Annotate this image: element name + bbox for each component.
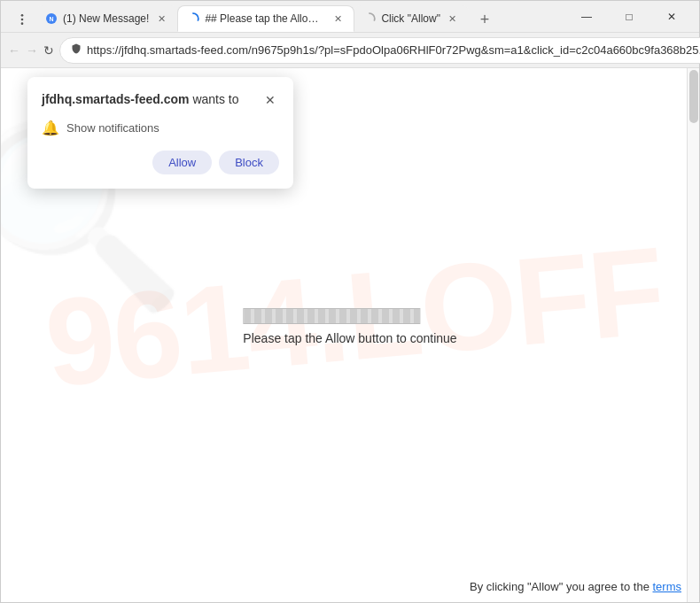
tab-label-3: Click "Allow": [381, 12, 440, 25]
notification-popup: jfdhq.smartads-feed.com wants to ✕ 🔔 Sho…: [27, 77, 293, 189]
tab-click-allow[interactable]: Click "Allow" ✕: [354, 5, 469, 32]
popup-permission-label: Show notifications: [66, 121, 159, 135]
popup-domain: jfdhq.smartads-feed.com: [42, 92, 189, 106]
minimize-button[interactable]: —: [566, 4, 607, 30]
loading-bar: [243, 308, 420, 324]
popup-permission-row: 🔔 Show notifications: [42, 120, 279, 136]
tab-favicon-3: [363, 12, 376, 25]
popup-header: jfdhq.smartads-feed.com wants to ✕: [42, 91, 279, 109]
window-controls: — □ ✕: [566, 4, 692, 30]
scrollbar[interactable]: [687, 68, 699, 602]
tab-close-3[interactable]: ✕: [446, 12, 460, 26]
title-bar: N (1) New Message! ✕ ## Please tap the A…: [1, 1, 699, 33]
svg-point-3: [189, 13, 199, 24]
popup-close-button[interactable]: ✕: [261, 91, 279, 109]
scrollbar-thumb[interactable]: [689, 70, 698, 123]
tab-label-2: ## Please tap the Allow button...: [205, 12, 325, 25]
footer-text: By clicking "Allow" you agree to the ter…: [470, 580, 681, 593]
close-button[interactable]: ✕: [651, 4, 692, 30]
url-bar[interactable]: https://jfdhq.smartads-feed.com/n9675p9h…: [59, 37, 700, 64]
tab-label-1: (1) New Message!: [63, 12, 149, 25]
footer-label: By clicking "Allow" you agree to the: [470, 580, 649, 593]
browser-window: N (1) New Message! ✕ ## Please tap the A…: [0, 0, 700, 603]
svg-point-4: [365, 13, 376, 24]
tab-favicon-1: N: [45, 12, 58, 25]
tab-favicon-2: [187, 12, 199, 25]
loading-area: Please tap the Allow button to continue: [243, 308, 456, 345]
popup-title: jfdhq.smartads-feed.com wants to: [42, 91, 239, 109]
maximize-button[interactable]: □: [609, 4, 649, 30]
loading-text: Please tap the Allow button to continue: [243, 331, 456, 345]
url-text: https://jfdhq.smartads-feed.com/n9675p9h…: [87, 43, 700, 57]
tab-close-2[interactable]: ✕: [331, 12, 345, 26]
forward-button[interactable]: →: [26, 38, 38, 63]
popup-actions: Allow Block: [42, 151, 279, 174]
block-button[interactable]: Block: [219, 151, 279, 174]
svg-point-2: [21, 22, 24, 25]
address-bar: ← → ↻ https://jfdhq.smartads-feed.com/n9…: [1, 33, 699, 68]
svg-point-1: [21, 19, 24, 21]
browser-menu-icon[interactable]: [8, 7, 36, 32]
back-button[interactable]: ←: [8, 38, 20, 63]
tab-new-message[interactable]: N (1) New Message! ✕: [36, 5, 177, 32]
tabs-area: N (1) New Message! ✕ ## Please tap the A…: [8, 1, 559, 32]
svg-point-0: [21, 14, 24, 17]
allow-button[interactable]: Allow: [152, 151, 212, 174]
tab-close-1[interactable]: ✕: [154, 12, 168, 26]
refresh-button[interactable]: ↻: [43, 38, 54, 63]
new-tab-button[interactable]: +: [472, 7, 497, 32]
bell-icon: 🔔: [42, 120, 59, 136]
footer-terms-link[interactable]: terms: [653, 580, 682, 593]
secure-icon: [71, 43, 82, 57]
tab-please-tap[interactable]: ## Please tap the Allow button... ✕: [177, 5, 354, 32]
page-content: 🔍 9614.LOFF Please tap the Allow button …: [1, 68, 699, 602]
